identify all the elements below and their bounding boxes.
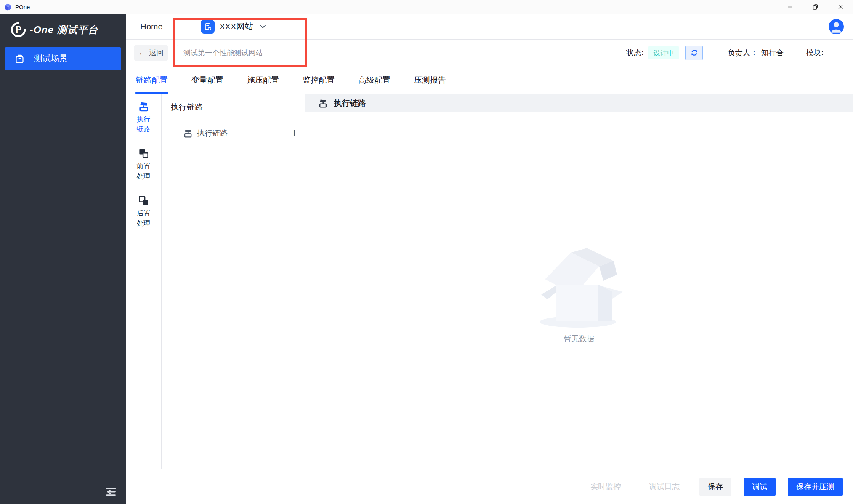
scene-meta: 状态: 设计中 负责人：知行合 模块: [626, 46, 823, 60]
sidebar: P -One 测试平台 测试场景 [0, 14, 126, 504]
user-avatar[interactable] [829, 19, 844, 34]
tab-link-config[interactable]: 链路配置 [135, 66, 168, 94]
close-button[interactable] [828, 0, 853, 14]
execute-chain-icon [138, 101, 149, 112]
nav-item-execute-chain[interactable]: 执行 链路 [137, 101, 151, 133]
close-icon [837, 3, 844, 11]
tab-monitor-config[interactable]: 监控配置 [302, 66, 335, 94]
tree-item-execute-chain[interactable]: 执行链路 + [162, 119, 305, 139]
toolbar: ← 返回 状态: 设计中 负责人：知行合 模块: [126, 40, 853, 66]
panel-title: 执行链路 [162, 94, 305, 119]
status-badge: 设计中 [648, 46, 679, 59]
logo-p-icon: P [10, 21, 27, 38]
tab-advanced-config[interactable]: 高级配置 [358, 66, 391, 94]
nav-item-post-processing[interactable]: 后置 处理 [137, 195, 151, 227]
sidebar-collapse-button[interactable] [101, 483, 120, 501]
home-tab[interactable]: Home [140, 22, 163, 32]
restore-icon [811, 3, 819, 11]
footer-actions: 实时监控 调试日志 保存 调试 保存并压测 [126, 469, 853, 504]
app-cube-icon [4, 3, 12, 11]
empty-state: 暂无数据 [305, 112, 853, 469]
empty-box-illustration [534, 237, 624, 331]
canvas: 执行链路 暂无数据 [305, 94, 853, 469]
restore-button[interactable] [803, 0, 828, 14]
minimize-icon [786, 3, 794, 11]
scene-name-input[interactable] [177, 45, 588, 61]
pre-processing-icon [138, 148, 149, 159]
back-arrow-icon: ← [138, 49, 146, 57]
tab-test-report[interactable]: 压测报告 [413, 66, 447, 94]
refresh-status-button[interactable] [685, 46, 703, 60]
menu-fold-icon [103, 484, 118, 499]
app-logo: P -One 测试平台 [0, 14, 126, 44]
nav-item-pre-processing[interactable]: 前置 处理 [137, 148, 151, 180]
debug-button[interactable]: 调试 [744, 478, 776, 496]
owner-value: 知行合 [761, 48, 784, 58]
main-area: Home XXX网站 [126, 14, 853, 504]
window-titlebar: POne [0, 0, 853, 14]
sidebar-item-label: 测试场景 [34, 53, 67, 64]
module-label: 模块: [806, 48, 823, 58]
execute-chain-icon [318, 98, 328, 109]
window-title: POne [15, 4, 30, 10]
refresh-icon [690, 49, 698, 57]
owner-label: 负责人： [727, 48, 758, 58]
tree-item-label: 执行链路 [197, 128, 228, 138]
add-node-button[interactable]: + [291, 128, 298, 139]
link-type-nav: 执行 链路 前置 处理 后置 处理 [126, 94, 162, 469]
debug-log-button[interactable]: 调试日志 [649, 482, 680, 492]
sidebar-item-test-scene[interactable]: 测试场景 [5, 47, 121, 70]
tab-variable-config[interactable]: 变量配置 [191, 66, 224, 94]
window-controls [778, 0, 853, 14]
empty-text: 暂无数据 [564, 334, 594, 344]
logo-text: -One 测试平台 [30, 23, 98, 37]
execute-chain-icon [183, 128, 193, 138]
save-and-test-button[interactable]: 保存并压测 [788, 478, 843, 496]
content: 执行 链路 前置 处理 后置 处理 [126, 94, 853, 469]
tab-pressure-config[interactable]: 施压配置 [246, 66, 280, 94]
scene-tab-label: XXX网站 [220, 21, 253, 32]
chevron-down-icon [260, 24, 266, 29]
scene-doc-icon [201, 20, 215, 34]
back-button[interactable]: ← 返回 [134, 45, 168, 61]
post-processing-icon [138, 195, 149, 206]
save-button[interactable]: 保存 [699, 478, 731, 496]
status-label: 状态: [626, 48, 644, 58]
config-tabs: 链路配置 变量配置 施压配置 监控配置 高级配置 压测报告 [126, 66, 853, 94]
back-button-label: 返回 [149, 48, 164, 58]
scene-tab[interactable]: XXX网站 [201, 20, 266, 34]
top-nav: Home XXX网站 [126, 14, 853, 40]
scene-box-icon [14, 54, 25, 64]
canvas-title: 执行链路 [334, 98, 366, 109]
minimize-button[interactable] [778, 0, 803, 14]
canvas-header: 执行链路 [305, 94, 853, 112]
execute-chain-panel: 执行链路 执行链路 + [162, 94, 305, 469]
svg-text:P: P [16, 25, 21, 35]
realtime-monitor-button[interactable]: 实时监控 [590, 482, 621, 492]
user-icon [829, 19, 844, 34]
